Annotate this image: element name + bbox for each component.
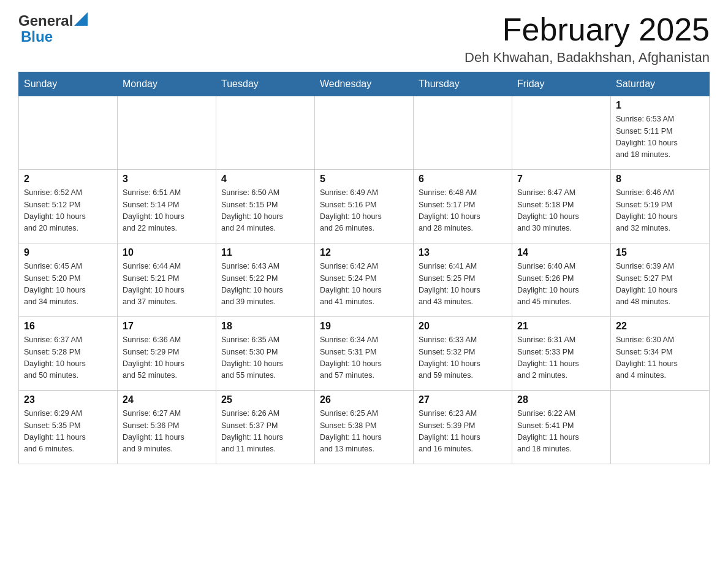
day-number: 21 [517, 321, 605, 332]
calendar-cell: 15Sunrise: 6:39 AM Sunset: 5:27 PM Dayli… [611, 243, 710, 317]
day-number: 17 [123, 321, 211, 332]
calendar-week-row-4: 16Sunrise: 6:37 AM Sunset: 5:28 PM Dayli… [19, 317, 710, 391]
calendar-cell: 2Sunrise: 6:52 AM Sunset: 5:12 PM Daylig… [19, 170, 118, 243]
svg-marker-0 [74, 12, 88, 26]
calendar-cell: 24Sunrise: 6:27 AM Sunset: 5:36 PM Dayli… [118, 391, 216, 464]
weekday-header-row: SundayMondayTuesdayWednesdayThursdayFrid… [19, 72, 710, 96]
calendar-cell: 25Sunrise: 6:26 AM Sunset: 5:37 PM Dayli… [216, 391, 315, 464]
calendar-cell: 28Sunrise: 6:22 AM Sunset: 5:41 PM Dayli… [512, 391, 611, 464]
day-number: 12 [320, 247, 408, 258]
calendar-cell: 12Sunrise: 6:42 AM Sunset: 5:24 PM Dayli… [315, 243, 414, 317]
calendar-cell [19, 96, 118, 170]
day-number: 6 [419, 174, 507, 185]
day-info: Sunrise: 6:35 AM Sunset: 5:30 PM Dayligh… [221, 334, 309, 382]
calendar-cell: 13Sunrise: 6:41 AM Sunset: 5:25 PM Dayli… [414, 243, 512, 317]
month-title: February 2025 [464, 12, 710, 47]
calendar-cell: 4Sunrise: 6:50 AM Sunset: 5:15 PM Daylig… [216, 170, 315, 243]
calendar-week-row-5: 23Sunrise: 6:29 AM Sunset: 5:35 PM Dayli… [19, 391, 710, 464]
weekday-header-monday: Monday [118, 72, 216, 96]
calendar-cell [118, 96, 216, 170]
day-info: Sunrise: 6:44 AM Sunset: 5:21 PM Dayligh… [123, 261, 211, 308]
title-block: February 2025 Deh Khwahan, Badakhshan, A… [464, 12, 710, 66]
day-info: Sunrise: 6:49 AM Sunset: 5:16 PM Dayligh… [320, 187, 408, 235]
day-info: Sunrise: 6:29 AM Sunset: 5:35 PM Dayligh… [24, 408, 112, 456]
day-number: 23 [24, 394, 112, 405]
day-number: 2 [24, 174, 112, 185]
day-info: Sunrise: 6:52 AM Sunset: 5:12 PM Dayligh… [24, 187, 112, 235]
calendar-cell: 1Sunrise: 6:53 AM Sunset: 5:11 PM Daylig… [611, 96, 710, 170]
calendar-cell: 10Sunrise: 6:44 AM Sunset: 5:21 PM Dayli… [118, 243, 216, 317]
calendar-cell: 27Sunrise: 6:23 AM Sunset: 5:39 PM Dayli… [414, 391, 512, 464]
day-number: 10 [123, 247, 211, 258]
day-info: Sunrise: 6:23 AM Sunset: 5:39 PM Dayligh… [419, 408, 507, 456]
day-number: 3 [123, 174, 211, 185]
day-info: Sunrise: 6:22 AM Sunset: 5:41 PM Dayligh… [517, 408, 605, 456]
calendar-cell: 8Sunrise: 6:46 AM Sunset: 5:19 PM Daylig… [611, 170, 710, 243]
calendar-cell: 22Sunrise: 6:30 AM Sunset: 5:34 PM Dayli… [611, 317, 710, 391]
day-number: 13 [419, 247, 507, 258]
calendar-cell: 6Sunrise: 6:48 AM Sunset: 5:17 PM Daylig… [414, 170, 512, 243]
calendar-cell: 5Sunrise: 6:49 AM Sunset: 5:16 PM Daylig… [315, 170, 414, 243]
logo-general-text: General [18, 12, 73, 29]
day-number: 25 [221, 394, 309, 405]
day-info: Sunrise: 6:45 AM Sunset: 5:20 PM Dayligh… [24, 261, 112, 308]
calendar-cell [512, 96, 611, 170]
day-info: Sunrise: 6:30 AM Sunset: 5:34 PM Dayligh… [616, 334, 704, 382]
weekday-header-thursday: Thursday [414, 72, 512, 96]
day-info: Sunrise: 6:43 AM Sunset: 5:22 PM Dayligh… [221, 261, 309, 308]
calendar-cell: 16Sunrise: 6:37 AM Sunset: 5:28 PM Dayli… [19, 317, 118, 391]
calendar-cell [414, 96, 512, 170]
logo-blue-text: Blue [21, 28, 53, 45]
calendar-cell: 20Sunrise: 6:33 AM Sunset: 5:32 PM Dayli… [414, 317, 512, 391]
weekday-header-saturday: Saturday [611, 72, 710, 96]
day-number: 20 [419, 321, 507, 332]
day-info: Sunrise: 6:40 AM Sunset: 5:26 PM Dayligh… [517, 261, 605, 308]
day-info: Sunrise: 6:46 AM Sunset: 5:19 PM Dayligh… [616, 187, 704, 235]
day-number: 18 [221, 321, 309, 332]
day-number: 27 [419, 394, 507, 405]
day-info: Sunrise: 6:33 AM Sunset: 5:32 PM Dayligh… [419, 334, 507, 382]
day-number: 7 [517, 174, 605, 185]
day-info: Sunrise: 6:48 AM Sunset: 5:17 PM Dayligh… [419, 187, 507, 235]
day-number: 9 [24, 247, 112, 258]
day-info: Sunrise: 6:41 AM Sunset: 5:25 PM Dayligh… [419, 261, 507, 308]
day-number: 19 [320, 321, 408, 332]
day-info: Sunrise: 6:51 AM Sunset: 5:14 PM Dayligh… [123, 187, 211, 235]
calendar-cell: 9Sunrise: 6:45 AM Sunset: 5:20 PM Daylig… [19, 243, 118, 317]
weekday-header-sunday: Sunday [19, 72, 118, 96]
day-info: Sunrise: 6:42 AM Sunset: 5:24 PM Dayligh… [320, 261, 408, 308]
calendar-week-row-1: 1Sunrise: 6:53 AM Sunset: 5:11 PM Daylig… [19, 96, 710, 170]
day-number: 14 [517, 247, 605, 258]
calendar-cell: 19Sunrise: 6:34 AM Sunset: 5:31 PM Dayli… [315, 317, 414, 391]
day-number: 28 [517, 394, 605, 405]
calendar-cell: 18Sunrise: 6:35 AM Sunset: 5:30 PM Dayli… [216, 317, 315, 391]
day-info: Sunrise: 6:31 AM Sunset: 5:33 PM Dayligh… [517, 334, 605, 382]
day-info: Sunrise: 6:53 AM Sunset: 5:11 PM Dayligh… [616, 113, 704, 161]
logo-triangle-icon [74, 12, 88, 26]
day-info: Sunrise: 6:36 AM Sunset: 5:29 PM Dayligh… [123, 334, 211, 382]
day-number: 16 [24, 321, 112, 332]
calendar-cell: 17Sunrise: 6:36 AM Sunset: 5:29 PM Dayli… [118, 317, 216, 391]
day-info: Sunrise: 6:37 AM Sunset: 5:28 PM Dayligh… [24, 334, 112, 382]
day-number: 4 [221, 174, 309, 185]
calendar-cell: 3Sunrise: 6:51 AM Sunset: 5:14 PM Daylig… [118, 170, 216, 243]
day-info: Sunrise: 6:34 AM Sunset: 5:31 PM Dayligh… [320, 334, 408, 382]
calendar-cell: 7Sunrise: 6:47 AM Sunset: 5:18 PM Daylig… [512, 170, 611, 243]
calendar-cell [315, 96, 414, 170]
page-header: General Blue February 2025 Deh Khwahan, … [18, 12, 710, 66]
day-info: Sunrise: 6:50 AM Sunset: 5:15 PM Dayligh… [221, 187, 309, 235]
day-number: 1 [616, 100, 704, 111]
day-info: Sunrise: 6:47 AM Sunset: 5:18 PM Dayligh… [517, 187, 605, 235]
weekday-header-tuesday: Tuesday [216, 72, 315, 96]
day-number: 22 [616, 321, 704, 332]
weekday-header-friday: Friday [512, 72, 611, 96]
calendar-week-row-2: 2Sunrise: 6:52 AM Sunset: 5:12 PM Daylig… [19, 170, 710, 243]
calendar-cell: 26Sunrise: 6:25 AM Sunset: 5:38 PM Dayli… [315, 391, 414, 464]
day-info: Sunrise: 6:25 AM Sunset: 5:38 PM Dayligh… [320, 408, 408, 456]
day-number: 5 [320, 174, 408, 185]
calendar-cell: 14Sunrise: 6:40 AM Sunset: 5:26 PM Dayli… [512, 243, 611, 317]
calendar-table: SundayMondayTuesdayWednesdayThursdayFrid… [18, 72, 710, 464]
location-title: Deh Khwahan, Badakhshan, Afghanistan [464, 50, 710, 66]
calendar-cell: 21Sunrise: 6:31 AM Sunset: 5:33 PM Dayli… [512, 317, 611, 391]
day-info: Sunrise: 6:27 AM Sunset: 5:36 PM Dayligh… [123, 408, 211, 456]
